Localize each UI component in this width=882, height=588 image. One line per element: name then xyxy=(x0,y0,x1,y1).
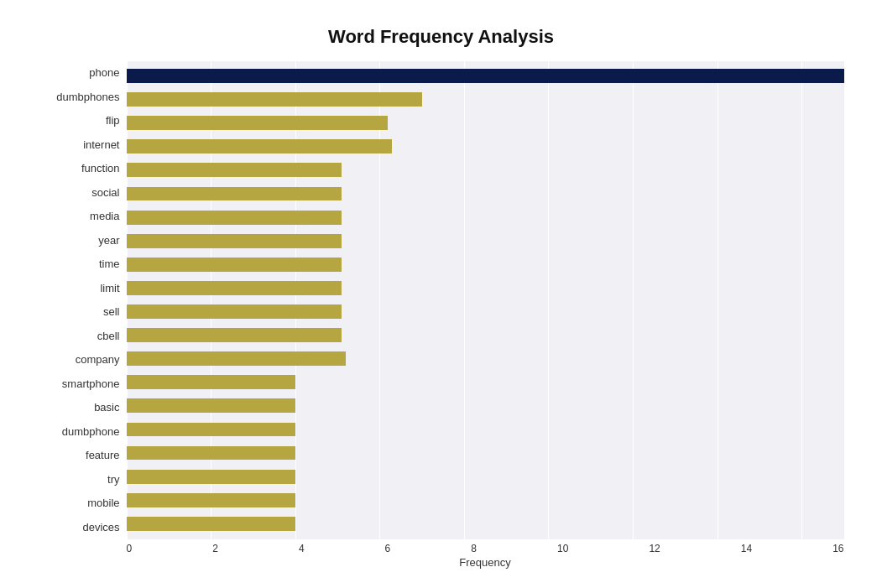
bar-row xyxy=(127,135,844,159)
y-label: flip xyxy=(106,115,120,126)
bar-row xyxy=(127,206,844,229)
bar xyxy=(127,163,342,177)
bar xyxy=(127,69,844,83)
bar xyxy=(127,187,342,201)
bar xyxy=(127,116,389,130)
x-tick: 0 xyxy=(127,543,133,554)
bar-row xyxy=(127,112,844,135)
bar xyxy=(127,398,295,413)
x-tick: 14 xyxy=(741,543,752,554)
y-label: time xyxy=(99,258,120,269)
bar-row xyxy=(127,488,844,512)
bar-row xyxy=(127,465,844,488)
bar xyxy=(127,517,295,531)
bar-row xyxy=(127,441,844,465)
y-axis-labels: phonedumbphonesflipinternetfunctionsocia… xyxy=(39,61,127,539)
x-tick: 16 xyxy=(832,543,843,554)
bar xyxy=(127,470,295,484)
bar xyxy=(127,423,295,437)
x-tick: 6 xyxy=(385,543,391,554)
y-label: smartphone xyxy=(62,378,120,389)
bar-row xyxy=(127,229,844,252)
bar xyxy=(127,92,422,107)
bar-row xyxy=(127,324,844,347)
y-label: feature xyxy=(86,450,119,461)
x-tick: 4 xyxy=(299,543,305,554)
y-label: try xyxy=(107,474,119,485)
bar xyxy=(127,258,342,272)
bar xyxy=(127,234,342,248)
y-label: phone xyxy=(89,67,119,78)
bar-row xyxy=(127,182,844,206)
x-tick: 2 xyxy=(212,543,218,554)
x-axis-label: Frequency xyxy=(127,556,844,569)
bar xyxy=(127,281,342,295)
y-label: media xyxy=(90,211,119,221)
y-label: year xyxy=(98,235,119,246)
y-label: cbell xyxy=(97,330,120,341)
bar-row xyxy=(127,394,844,418)
bar xyxy=(127,139,393,154)
bar-row xyxy=(127,276,844,299)
bar xyxy=(127,375,295,389)
chart-container: Word Frequency Analysis phonedumbphonesf… xyxy=(22,9,861,580)
x-tick: 12 xyxy=(649,543,660,554)
y-label: company xyxy=(76,354,120,365)
bar xyxy=(127,304,342,319)
x-tick: 10 xyxy=(557,543,568,554)
bar-row xyxy=(127,299,844,323)
y-label: limit xyxy=(100,283,119,294)
bar xyxy=(127,211,342,225)
y-label: basic xyxy=(94,402,119,413)
bar-row xyxy=(127,512,844,535)
y-label: devices xyxy=(82,522,119,533)
bar-row xyxy=(127,159,844,182)
bar-row xyxy=(127,65,844,88)
bar xyxy=(127,328,342,342)
y-label: dumbphones xyxy=(56,91,119,102)
y-label: social xyxy=(91,187,119,198)
y-label: dumbphone xyxy=(62,426,120,437)
bar-row xyxy=(127,371,844,394)
bar xyxy=(127,493,295,507)
bar xyxy=(127,446,295,461)
x-axis-area: 0246810121416 Frequency xyxy=(127,539,844,573)
bars-and-grid xyxy=(127,61,844,539)
y-label: mobile xyxy=(87,497,119,508)
y-label: internet xyxy=(83,139,119,150)
x-ticks: 0246810121416 xyxy=(127,539,844,554)
bar-row xyxy=(127,418,844,441)
bar-row xyxy=(127,252,844,276)
bar xyxy=(127,351,347,366)
chart-area: phonedumbphonesflipinternetfunctionsocia… xyxy=(39,61,844,539)
chart-title: Word Frequency Analysis xyxy=(39,26,844,48)
bar-row xyxy=(127,347,844,371)
bar-row xyxy=(127,88,844,112)
y-label: function xyxy=(81,163,120,174)
x-tick: 8 xyxy=(471,543,477,554)
y-label: sell xyxy=(103,306,120,317)
bars-wrapper xyxy=(127,61,844,539)
